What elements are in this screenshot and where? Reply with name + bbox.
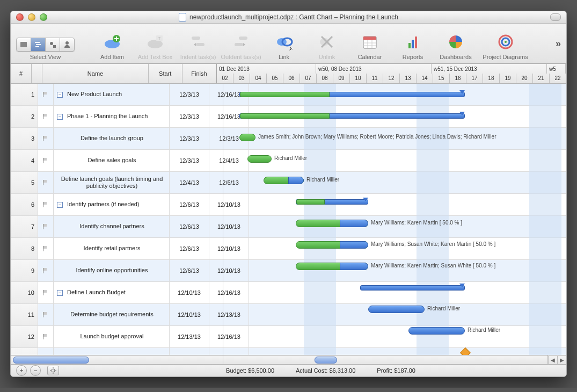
task-name-cell[interactable]: Identify retail partners [54, 238, 170, 259]
row-info-cell [38, 172, 54, 193]
gantt-row: Mary Williams; Susan White; Karen Martin… [223, 234, 561, 256]
view-button-4[interactable] [60, 38, 75, 52]
task-bar[interactable]: Richard Miller [408, 327, 465, 335]
task-name-cell[interactable]: Launch budget approval [54, 326, 170, 347]
zoom-window-button[interactable] [40, 13, 47, 21]
toolbar-overflow-icon[interactable]: » [556, 38, 561, 49]
task-name-cell[interactable]: Define launch goals (launch timing and p… [54, 172, 170, 193]
view-button-1[interactable] [16, 38, 31, 52]
row-number[interactable]: 3 [11, 128, 38, 149]
day-header: 15 [433, 74, 450, 83]
task-start-date[interactable]: 12/6/13 [170, 260, 209, 281]
summary-bar[interactable] [239, 92, 465, 97]
task-name-cell[interactable]: Determine budget requirements [54, 304, 170, 325]
reports-button[interactable]: Reports [391, 31, 434, 60]
toolbar-toggle-button[interactable] [550, 13, 561, 21]
task-start-date[interactable]: 12/4/13 [170, 172, 209, 193]
day-header: 22 [550, 74, 566, 83]
add-row-button[interactable]: + [16, 365, 27, 376]
expand-collapse-button[interactable]: − [57, 202, 63, 208]
task-bar[interactable]: Richard Miller [247, 155, 272, 163]
row-number[interactable]: 13 [11, 348, 38, 355]
summary-bar[interactable] [296, 199, 368, 205]
flag-icon [43, 202, 48, 207]
task-start-date[interactable]: 12/6/13 [170, 238, 209, 259]
task-start-date[interactable]: 12/10/13 [170, 304, 209, 325]
minimize-window-button[interactable] [28, 13, 35, 21]
task-name-cell[interactable]: Planning Complete [54, 348, 170, 355]
row-number[interactable]: 9 [11, 260, 38, 281]
gantt-hscroll-track[interactable] [223, 355, 548, 364]
gantt-canvas[interactable]: James Smith; John Brown; Mary Williams; … [223, 84, 566, 355]
table-hscroll-thumb[interactable] [13, 357, 89, 364]
dashboards-button[interactable]: Dashboards [434, 31, 477, 60]
column-header-finish[interactable]: Finish [182, 64, 216, 83]
task-name-cell[interactable]: −Define Launch Budget [54, 282, 170, 303]
expand-collapse-button[interactable]: − [57, 114, 63, 120]
add-text-box-button[interactable]: T Add Text Box [134, 31, 177, 60]
task-start-date[interactable]: 12/10/13 [170, 282, 209, 303]
expand-collapse-button[interactable]: − [57, 92, 63, 98]
task-start-date[interactable]: 12/6/13 [170, 216, 209, 237]
gantt-hscroll-thumb[interactable] [315, 357, 337, 364]
column-header-name[interactable]: Name [42, 64, 148, 83]
task-name-label: Determine budget requirements [57, 311, 167, 318]
task-bar[interactable]: Richard Miller [368, 306, 425, 313]
row-number[interactable]: 10 [11, 282, 38, 303]
row-number[interactable]: 6 [11, 194, 38, 215]
row-number[interactable]: 2 [11, 106, 38, 127]
task-start-date[interactable]: 12/3/13 [170, 84, 209, 105]
gantt-row [223, 277, 561, 299]
milestone-marker[interactable]: 12/16/13 [460, 347, 471, 355]
task-bar[interactable]: Mary Williams; Susan White; Karen Martin… [296, 241, 368, 249]
task-name-cell[interactable]: −New Product Launch [54, 84, 170, 105]
task-bar[interactable]: James Smith; John Brown; Mary Williams; … [239, 134, 255, 141]
remove-row-button[interactable]: − [30, 365, 41, 376]
table-hscroll-track[interactable] [11, 355, 223, 364]
column-header-info[interactable] [32, 64, 42, 83]
task-name-cell[interactable]: Identify channel partners [54, 216, 170, 237]
column-header-start[interactable]: Start [149, 64, 182, 83]
row-number[interactable]: 11 [11, 304, 38, 325]
add-item-button[interactable]: Add Item [91, 31, 134, 60]
row-number[interactable]: 12 [11, 326, 38, 347]
gantt-row: Richard Miller [223, 170, 561, 191]
view-button-gantt[interactable] [31, 38, 46, 52]
task-start-date[interactable]: 12/3/13 [170, 106, 209, 127]
row-number[interactable]: 7 [11, 216, 38, 237]
row-number[interactable]: 4 [11, 150, 38, 171]
task-name-cell[interactable]: Identify online opportunities [54, 260, 170, 281]
task-name-cell[interactable]: −Phase 1 - Planning the Launch [54, 106, 170, 127]
view-button-3[interactable] [46, 38, 60, 52]
row-number[interactable]: 5 [11, 172, 38, 193]
task-bar[interactable]: Richard Miller [264, 177, 304, 184]
row-number[interactable]: 8 [11, 238, 38, 259]
task-start-date[interactable]: 12/3/13 [170, 128, 209, 149]
summary-bar[interactable] [239, 113, 465, 119]
indent-tasks-button[interactable]: Indent task(s) [177, 31, 220, 60]
task-name-cell[interactable]: Define sales goals [54, 150, 170, 171]
task-bar[interactable]: Mary Williams; Karen Martin; Susan White… [296, 263, 368, 270]
view-segmented-control[interactable] [16, 38, 75, 52]
project-diagrams-button[interactable]: Project Diagrams [477, 31, 534, 60]
task-start-date[interactable]: 12/13/13 [170, 326, 209, 347]
row-number[interactable]: 1 [11, 84, 38, 105]
summary-bar[interactable] [360, 285, 465, 291]
scroll-right-button[interactable]: ▶ [557, 356, 566, 364]
task-start-date[interactable]: 12/3/13 [170, 150, 209, 171]
settings-gear-button[interactable] [47, 366, 59, 375]
task-start-date[interactable]: 12/16/13 [170, 348, 209, 355]
outdent-tasks-button[interactable]: Outdent task(s) [220, 31, 262, 60]
task-bar-label: James Smith; John Brown; Mary Williams; … [258, 134, 496, 140]
close-window-button[interactable] [16, 13, 24, 21]
link-button[interactable]: Link [262, 31, 305, 60]
scroll-left-button[interactable]: ◀ [548, 356, 557, 364]
task-name-cell[interactable]: −Identify partners (if needed) [54, 194, 170, 215]
task-start-date[interactable]: 12/6/13 [170, 194, 209, 215]
calendar-button[interactable]: Calendar [348, 31, 391, 60]
task-bar[interactable]: Mary Williams; Karen Martin [ 50.0 % ] [296, 220, 368, 227]
task-name-cell[interactable]: Define the launch group [54, 128, 170, 149]
expand-collapse-button[interactable]: − [57, 290, 63, 296]
unlink-button[interactable]: Unlink [305, 31, 348, 60]
column-header-number[interactable]: # [11, 64, 32, 83]
